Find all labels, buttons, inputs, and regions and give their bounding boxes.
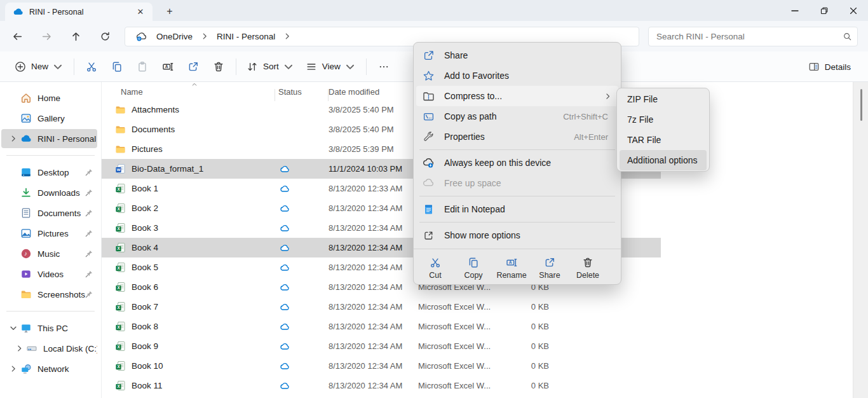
chevron-icon[interactable] — [6, 229, 20, 238]
share-button[interactable] — [180, 56, 206, 78]
pin-icon — [85, 249, 93, 258]
column-header-date-modified[interactable]: Date modified — [329, 87, 418, 97]
context-menu: Share Add to Favorites Compress to... Co… — [413, 42, 621, 285]
chevron-icon[interactable] — [6, 249, 20, 258]
menu-item-compress-to-[interactable]: Compress to... — [416, 86, 618, 106]
file-size: 0 KB — [519, 356, 557, 376]
rename-action-button[interactable]: A Rename — [492, 252, 531, 284]
pc-icon — [20, 322, 32, 334]
submenu-item-additional-options[interactable]: Additional options — [620, 150, 707, 170]
sort-button[interactable]: Sort — [241, 56, 300, 78]
search-input[interactable] — [656, 32, 843, 41]
scrollbar-thumb[interactable] — [860, 89, 862, 121]
chevron-right-icon[interactable] — [200, 32, 209, 41]
sidebar-top-group: Home Gallery RINI - Personal — [0, 88, 101, 148]
rename-button[interactable]: A — [155, 56, 180, 78]
sidebar-item-documents[interactable]: Documents — [1, 203, 97, 223]
table-row[interactable]: X Book 10 8/13/2020 12:34 AM Microsoft E… — [102, 356, 661, 376]
name-cell: X Book 7 — [102, 297, 275, 317]
chevron-icon[interactable] — [6, 270, 20, 278]
close-button[interactable] — [839, 0, 868, 21]
svg-text:X: X — [117, 266, 120, 270]
forward-button[interactable] — [36, 25, 57, 47]
sidebar-item-music[interactable]: ♪ Music — [1, 244, 97, 263]
menu-item-add-to-favorites[interactable]: Add to Favorites — [416, 65, 618, 86]
refresh-button[interactable] — [94, 25, 116, 47]
up-button[interactable] — [65, 25, 86, 47]
tab-close-icon[interactable]: ✕ — [133, 5, 147, 19]
chevron-icon[interactable] — [6, 114, 20, 123]
menu-item-always-keep-on-this-device[interactable]: Always keep on this device — [416, 153, 618, 173]
menu-item-label: Free up space — [444, 178, 608, 188]
sidebar-item-gallery[interactable]: Gallery — [1, 109, 97, 128]
breadcrumb-rini-personal[interactable]: RINI - Personal — [214, 30, 278, 43]
vertical-scrollbar[interactable] — [853, 82, 868, 398]
menu-item-properties[interactable]: Properties Alt+Enter — [416, 127, 618, 147]
status-cell — [275, 257, 329, 277]
chevron-right-icon[interactable] — [6, 134, 20, 143]
submenu-item-tar-file[interactable]: TAR File — [620, 130, 707, 150]
new-button[interactable]: New — [9, 56, 69, 78]
minimize-button[interactable] — [780, 0, 810, 21]
date-modified: 8/13/2020 12:34 AM — [329, 297, 418, 317]
share-action-button[interactable]: Share — [531, 252, 569, 284]
sidebar-item-network[interactable]: Network — [1, 359, 97, 378]
delete-action-button[interactable]: Delete — [569, 252, 607, 284]
excel-file-icon: X — [115, 223, 126, 233]
table-row[interactable]: X Book 9 8/13/2020 12:34 AM Microsoft Ex… — [102, 336, 661, 356]
svg-text:X: X — [117, 345, 120, 349]
chevron-icon[interactable] — [6, 168, 20, 177]
sidebar-item-videos[interactable]: Videos — [1, 264, 97, 284]
back-button[interactable] — [6, 25, 28, 47]
sidebar-item-this-pc[interactable]: This PC — [1, 319, 97, 338]
table-row[interactable]: X Book 8 8/13/2020 12:34 AM Microsoft Ex… — [102, 317, 661, 336]
chevron-icon[interactable] — [6, 290, 20, 299]
details-button[interactable]: Details — [803, 56, 857, 78]
chevron-right-icon[interactable] — [283, 32, 292, 41]
menu-item-label: Compress to... — [444, 91, 600, 101]
desktop-icon — [20, 167, 32, 178]
chevron-right-icon[interactable] — [6, 364, 20, 373]
column-header-status[interactable]: Status — [275, 87, 329, 97]
svg-text:X: X — [117, 305, 120, 310]
explorer-tab[interactable]: RINI - Personal ✕ — [5, 3, 153, 21]
chevron-icon[interactable] — [6, 209, 20, 217]
menu-item-copy-as-path[interactable]: Copy as path Ctrl+Shift+C — [416, 106, 618, 127]
view-button[interactable]: View — [300, 56, 362, 78]
cut-action-button[interactable]: Cut — [416, 252, 454, 284]
menu-item-show-more-options[interactable]: Show more options — [416, 225, 618, 245]
sidebar-divider — [6, 155, 95, 156]
menu-item-share[interactable]: Share — [416, 45, 618, 65]
copy-action-button[interactable]: Copy — [454, 252, 492, 284]
sidebar-item-rini-personal[interactable]: RINI - Personal — [1, 129, 97, 148]
copy-button[interactable] — [104, 56, 130, 78]
submenu-item-zip-file[interactable]: ZIP File — [620, 89, 707, 109]
sidebar-item-label: Screenshots — [37, 290, 85, 299]
table-row[interactable]: X Book 11 8/13/2020 12:34 AM Microsoft E… — [102, 376, 661, 395]
cut-button[interactable] — [79, 56, 104, 78]
column-header-name[interactable]: Name — [102, 87, 275, 97]
sidebar-item-desktop[interactable]: Desktop — [1, 163, 97, 182]
new-tab-button[interactable]: + — [161, 3, 178, 20]
sidebar-item-downloads[interactable]: Downloads — [1, 183, 97, 202]
file-type: Microsoft Excel W... — [418, 336, 519, 356]
svg-text:W: W — [117, 167, 121, 172]
submenu-item-7z-file[interactable]: 7z File — [620, 109, 707, 130]
sidebar-item-home[interactable]: Home — [1, 88, 97, 107]
sidebar-item-screenshots[interactable]: Screenshots — [1, 285, 97, 304]
delete-button[interactable] — [206, 56, 231, 78]
menu-item-edit-in-notepad[interactable]: Edit in Notepad — [416, 199, 618, 219]
maximize-button[interactable] — [810, 0, 839, 21]
file-name: Book 8 — [132, 322, 158, 331]
chevron-right-icon[interactable] — [13, 344, 26, 353]
sidebar-item-pictures[interactable]: Pictures — [1, 224, 97, 243]
sidebar-item-local-disk-c-[interactable]: Local Disk (C:) — [1, 339, 97, 358]
search-box[interactable] — [648, 27, 858, 46]
chevron-down-icon[interactable] — [6, 324, 20, 333]
table-row[interactable]: X Book 7 8/13/2020 12:34 AM Microsoft Ex… — [102, 297, 661, 317]
chevron-icon[interactable] — [6, 188, 20, 197]
more-options-button[interactable] — [371, 56, 397, 78]
chevron-icon[interactable] — [6, 93, 20, 102]
breadcrumb-onedrive[interactable]: OneDrive — [154, 30, 195, 43]
folder-file-icon — [115, 144, 126, 154]
